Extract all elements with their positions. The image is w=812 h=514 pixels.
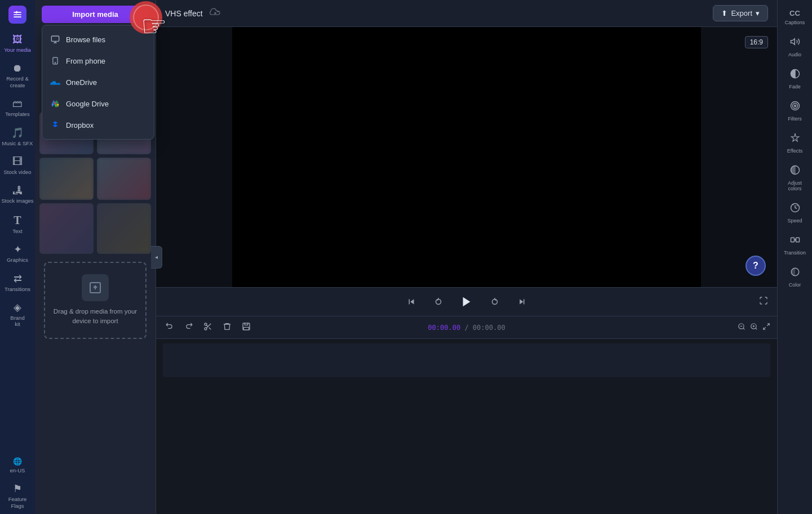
stock-images-label: Stock images	[1, 198, 33, 204]
svg-point-15	[794, 105, 796, 107]
export-icon: ⬆	[721, 9, 727, 17]
app-logo	[7, 5, 28, 25]
chevron-left-icon: ◂	[155, 254, 158, 260]
music-label: Music & SFX	[2, 140, 33, 146]
right-panel-fade[interactable]: Fade	[780, 64, 810, 94]
stock-video-icon: 🎞	[12, 157, 23, 167]
timeline-area[interactable]	[156, 339, 777, 514]
export-chevron-icon: ▾	[756, 9, 760, 17]
skip-forward-button[interactable]	[514, 294, 530, 310]
sidebar-item-music-sfx[interactable]: 🎵 Music & SFX	[0, 123, 35, 151]
media-thumbnails: Drag & drop media from your device to im…	[35, 108, 156, 514]
filters-icon	[790, 101, 800, 114]
sidebar-item-graphics[interactable]: ✦ Graphics	[0, 240, 35, 267]
right-panel-speed[interactable]: Speed	[780, 198, 810, 228]
right-panel-filters[interactable]: Filters	[780, 96, 810, 126]
expand-timeline-button[interactable]	[762, 323, 770, 332]
top-bar-left: VHS effect	[165, 8, 221, 19]
skip-back-button[interactable]	[403, 294, 419, 310]
browse-files-item[interactable]: Browse files	[42, 29, 154, 50]
filters-label: Filters	[788, 116, 802, 122]
text-icon: T	[14, 214, 21, 226]
undo-button[interactable]	[163, 320, 176, 335]
panel-collapse-button[interactable]: ◂	[151, 246, 162, 269]
dropbox-item[interactable]: Dropbox	[42, 114, 154, 136]
delete-button[interactable]	[220, 320, 234, 335]
fullscreen-button[interactable]	[759, 296, 768, 307]
timeline-track-1[interactable]	[163, 343, 770, 377]
effects-icon	[790, 133, 800, 146]
effects-label: Effects	[787, 148, 802, 154]
play-button[interactable]	[458, 293, 476, 311]
fast-forward-button[interactable]	[487, 294, 503, 310]
speed-icon	[790, 203, 800, 216]
sidebar-item-en-us[interactable]: 🌐 en-US	[0, 453, 35, 478]
aspect-ratio-badge[interactable]: 16:9	[745, 36, 768, 48]
import-media-button[interactable]: Import media	[42, 6, 149, 23]
sidebar-item-your-media[interactable]: 🖼 Your media	[0, 30, 35, 57]
onedrive-item[interactable]: OneDrive	[42, 71, 154, 93]
right-panel-captions[interactable]: CC Captions	[780, 5, 810, 30]
sidebar-item-text[interactable]: T Text	[0, 210, 35, 239]
transitions-icon: ⇄	[14, 274, 22, 284]
import-dropdown: Browse files From phone OneDrive	[42, 25, 154, 140]
zoom-in-button[interactable]	[750, 323, 758, 332]
drop-icon	[82, 274, 109, 301]
sidebar-item-templates[interactable]: 🗃 Templates	[0, 94, 35, 122]
total-time: 00:00.00	[473, 324, 505, 332]
timeline-tools-left	[163, 320, 253, 335]
sidebar-item-transitions[interactable]: ⇄ Transitions	[0, 269, 35, 297]
googledrive-icon	[50, 99, 60, 109]
svg-rect-18	[791, 238, 794, 242]
right-panel-adjust-colors[interactable]: Adjustcolors	[780, 160, 810, 196]
color-icon	[790, 267, 800, 280]
monitor-icon	[50, 34, 60, 44]
right-panel-effects[interactable]: Effects	[780, 128, 810, 158]
project-title[interactable]: VHS effect	[165, 9, 203, 18]
rewind-button[interactable]	[431, 294, 446, 310]
thumbnail-6[interactable]	[97, 203, 151, 254]
export-label: Export	[731, 9, 752, 17]
timeline-time: 00:00.00 / 00:00.00	[428, 324, 505, 332]
sidebar-item-brand[interactable]: ◈ Brandkit	[0, 298, 35, 332]
record-create-label: Record &create	[6, 75, 29, 88]
fade-icon	[790, 69, 800, 82]
phone-icon	[50, 56, 60, 66]
right-panel-audio[interactable]: Audio	[780, 32, 810, 62]
right-panel-transition[interactable]: Transition	[780, 230, 810, 260]
time-separator: /	[464, 324, 472, 332]
video-preview	[232, 27, 701, 287]
redo-button[interactable]	[182, 320, 196, 335]
zoom-out-button[interactable]	[738, 323, 746, 332]
editor-area: VHS effect ⬆ Export ▾	[156, 0, 777, 514]
left-sidebar: 🖼 Your media ⏺ Record &create 🗃 Template…	[0, 0, 35, 514]
sidebar-item-record-create[interactable]: ⏺ Record &create	[0, 59, 35, 93]
right-panel-color[interactable]: Color	[780, 262, 810, 292]
language-icon: 🌐	[13, 458, 22, 465]
graphics-icon: ✦	[14, 244, 22, 254]
svg-rect-1	[51, 36, 59, 41]
sidebar-item-feature-flags[interactable]: ⚑ FeatureFlags	[0, 479, 35, 513]
thumbnail-4[interactable]	[97, 158, 151, 200]
thumbnail-3[interactable]	[39, 158, 94, 200]
from-phone-item[interactable]: From phone	[42, 50, 154, 71]
google-drive-item[interactable]: Google Drive	[42, 93, 154, 114]
stock-video-label: Stock video	[3, 169, 31, 175]
onedrive-label: OneDrive	[66, 78, 97, 87]
right-panel: CC Captions Audio Fade	[777, 0, 812, 514]
question-mark-icon: ?	[753, 261, 758, 271]
export-button[interactable]: ⬆ Export ▾	[713, 5, 768, 21]
sidebar-item-stock-images[interactable]: 🏞 Stock images	[0, 181, 35, 208]
drop-text: Drag & drop media from your device to im…	[51, 307, 140, 327]
your-media-label: Your media	[4, 47, 31, 53]
drop-area[interactable]: Drag & drop media from your device to im…	[44, 262, 147, 339]
google-drive-label: Google Drive	[66, 100, 109, 108]
cut-button[interactable]	[201, 320, 215, 335]
save-button[interactable]	[239, 320, 253, 335]
brand-icon: ◈	[14, 302, 21, 312]
brand-label: Brandkit	[10, 315, 24, 328]
thumbnail-5[interactable]	[39, 203, 94, 254]
help-button[interactable]: ?	[746, 256, 766, 276]
cloud-save-icon	[210, 8, 221, 19]
sidebar-item-stock-video[interactable]: 🎞 Stock video	[0, 152, 35, 180]
